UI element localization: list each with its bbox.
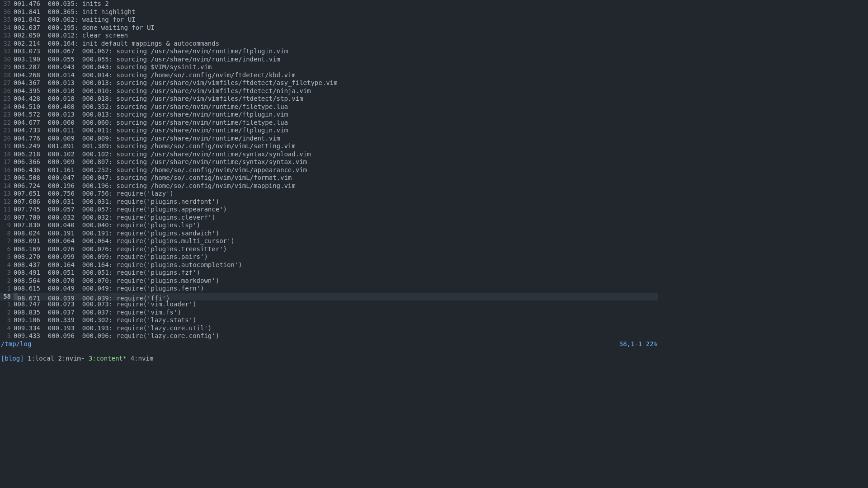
tmux-window[interactable]: 4:nvim xyxy=(131,355,154,362)
buffer-line: 21004.733 000.011 000.011: sourcing /usr… xyxy=(0,127,658,135)
line-number: 33 xyxy=(0,32,14,40)
line-text: 004.677 000.060 000.060: sourcing /usr/s… xyxy=(14,119,658,127)
buffer-line: 19005.249 001.891 001.389: sourcing /hom… xyxy=(0,142,658,150)
line-text: 003.073 000.067 000.067: sourcing /usr/s… xyxy=(14,47,658,56)
line-number: 37 xyxy=(0,0,14,8)
line-number: 11 xyxy=(0,206,14,214)
buffer-line: 31003.073 000.067 000.067: sourcing /usr… xyxy=(0,47,658,56)
buffer-line: 2008.835 000.037 000.037: require('vim.f… xyxy=(0,309,658,317)
buffer-line: 25004.428 000.018 000.018: sourcing /usr… xyxy=(0,95,658,103)
line-number: 21 xyxy=(0,127,14,135)
line-number: 28 xyxy=(0,71,14,80)
buffer-line: 20004.776 000.009 000.009: sourcing /usr… xyxy=(0,135,658,143)
line-text: 004.428 000.018 000.018: sourcing /usr/s… xyxy=(14,95,658,103)
buffer-line: 13007.651 000.756 000.756: require('lazy… xyxy=(0,190,658,198)
line-text: 002.037 000.195: done waiting for UI xyxy=(14,24,658,32)
line-number: 4 xyxy=(0,261,14,269)
buffer-line: 6008.169 000.076 000.076: require('plugi… xyxy=(0,245,658,253)
status-line: /tmp/log 58,1-1 22% xyxy=(0,340,658,348)
line-number: 26 xyxy=(0,87,14,95)
line-text: 007.686 000.031 000.031: require('plugin… xyxy=(14,198,658,206)
line-number: 35 xyxy=(0,16,14,24)
buffer-line: 30003.190 000.055 000.055: sourcing /usr… xyxy=(0,56,658,64)
buffer-line: 7008.091 000.064 000.064: require('plugi… xyxy=(0,237,658,245)
line-text: 008.024 000.191 000.191: require('plugin… xyxy=(14,230,658,238)
line-number: 15 xyxy=(0,174,14,182)
buffer-line: 5009.433 000.096 000.096: require('lazy.… xyxy=(0,332,658,340)
buffer-line: 27004.367 000.013 000.013: sourcing /usr… xyxy=(0,79,658,87)
line-number: 23 xyxy=(0,111,14,119)
buffer-line: 9007.830 000.040 000.040: require('plugi… xyxy=(0,221,658,230)
line-number: 58 xyxy=(0,293,14,301)
line-number: 32 xyxy=(0,40,14,48)
buffer-line: 1008.747 000.073 000.073: require('vim.l… xyxy=(0,300,658,309)
editor-buffer[interactable]: 37001.476 000.035: inits 236001.841 000.… xyxy=(0,0,658,340)
line-number: 24 xyxy=(0,103,14,111)
line-number: 5 xyxy=(0,253,14,261)
cursor xyxy=(14,293,18,300)
line-text: 005.249 001.891 001.389: sourcing /home/… xyxy=(14,142,658,150)
buffer-line: 36001.841 000.365: init highlight xyxy=(0,8,658,16)
line-number: 18 xyxy=(0,150,14,159)
line-text: 004.510 000.408 000.352: sourcing /usr/s… xyxy=(14,103,658,111)
line-number: 27 xyxy=(0,79,14,87)
line-text: 008.491 000.051 000.051: require('plugin… xyxy=(14,269,658,277)
buffer-line: 14006.724 000.196 000.196: sourcing /hom… xyxy=(0,182,658,190)
buffer-line: 10007.780 000.032 000.032: require('plug… xyxy=(0,214,658,222)
line-number: 4 xyxy=(0,324,14,333)
line-number: 31 xyxy=(0,47,14,56)
line-number: 10 xyxy=(0,214,14,222)
line-text: 008.169 000.076 000.076: require('plugin… xyxy=(14,245,658,253)
line-text: 007.830 000.040 000.040: require('plugin… xyxy=(14,221,658,230)
line-text: 009.334 000.193 000.193: require('lazy.c… xyxy=(14,324,658,333)
line-text: 004.572 000.013 000.013: sourcing /usr/s… xyxy=(14,111,658,119)
buffer-line: 37001.476 000.035: inits 2 xyxy=(0,0,658,8)
tmux-session: [blog] xyxy=(1,355,24,362)
file-path: /tmp/log xyxy=(1,340,31,348)
tmux-window[interactable]: 3:content* xyxy=(89,355,127,362)
buffer-line: 1008.615 000.049 000.049: require('plugi… xyxy=(0,285,658,293)
tmux-status: [blog] 1:local 2:nvim- 3:content* 4:nvim xyxy=(0,355,658,363)
line-text: 008.835 000.037 000.037: require('vim.fs… xyxy=(14,309,658,317)
line-number: 9 xyxy=(0,221,14,230)
line-text: 006.366 000.909 000.807: sourcing /usr/s… xyxy=(14,158,658,166)
buffer-line: 35001.842 000.002: waiting for UI xyxy=(0,16,658,24)
line-number: 14 xyxy=(0,182,14,190)
line-text: 002.050 000.012: clear screen xyxy=(14,32,658,40)
buffer-line: 16006.436 001.161 000.252: sourcing /hom… xyxy=(0,166,658,174)
line-text: 006.724 000.196 000.196: sourcing /home/… xyxy=(14,182,658,190)
line-number: 2 xyxy=(0,309,14,317)
buffer-line: 3009.106 000.339 000.302: require('lazy.… xyxy=(0,316,658,324)
buffer-line: 24004.510 000.408 000.352: sourcing /usr… xyxy=(0,103,658,111)
buffer-line: 5008.270 000.099 000.099: require('plugi… xyxy=(0,253,658,261)
line-number: 29 xyxy=(0,63,14,71)
line-text: 009.106 000.339 000.302: require('lazy.s… xyxy=(14,316,658,324)
line-text: 008.270 000.099 000.099: require('plugin… xyxy=(14,253,658,261)
cursor-position: 58,1-1 22% xyxy=(619,340,657,348)
buffer-line: 5808.671 000.039 000.039: require('ffi') xyxy=(0,293,658,301)
buffer-line: 32002.214 000.164: init default mappings… xyxy=(0,40,658,48)
line-text: 008.615 000.049 000.049: require('plugin… xyxy=(14,285,658,293)
line-number: 6 xyxy=(0,245,14,253)
line-text: 003.287 000.043 000.043: sourcing $VIM/s… xyxy=(14,63,658,71)
line-text: 007.780 000.032 000.032: require('plugin… xyxy=(14,214,658,222)
line-number: 5 xyxy=(0,332,14,340)
line-number: 30 xyxy=(0,56,14,64)
line-number: 2 xyxy=(0,277,14,285)
buffer-line: 11007.745 000.057 000.057: require('plug… xyxy=(0,206,658,214)
buffer-line: 18006.218 000.102 000.102: sourcing /usr… xyxy=(0,150,658,159)
buffer-line: 3008.491 000.051 000.051: require('plugi… xyxy=(0,269,658,277)
line-number: 1 xyxy=(0,300,14,309)
line-text: 009.433 000.096 000.096: require('lazy.c… xyxy=(14,332,658,340)
line-number: 20 xyxy=(0,135,14,143)
buffer-line: 17006.366 000.909 000.807: sourcing /usr… xyxy=(0,158,658,166)
tmux-window[interactable]: 2:nvim- xyxy=(58,355,85,362)
tmux-window[interactable]: 1:local xyxy=(28,355,54,362)
line-text: 007.651 000.756 000.756: require('lazy') xyxy=(14,190,658,198)
buffer-line: 15006.508 000.047 000.047: sourcing /hom… xyxy=(0,174,658,182)
buffer-line: 4008.437 000.164 000.164: require('plugi… xyxy=(0,261,658,269)
line-text: 001.842 000.002: waiting for UI xyxy=(14,16,658,24)
line-number: 1 xyxy=(0,285,14,293)
line-number: 3 xyxy=(0,316,14,324)
line-text: 007.745 000.057 000.057: require('plugin… xyxy=(14,206,658,214)
